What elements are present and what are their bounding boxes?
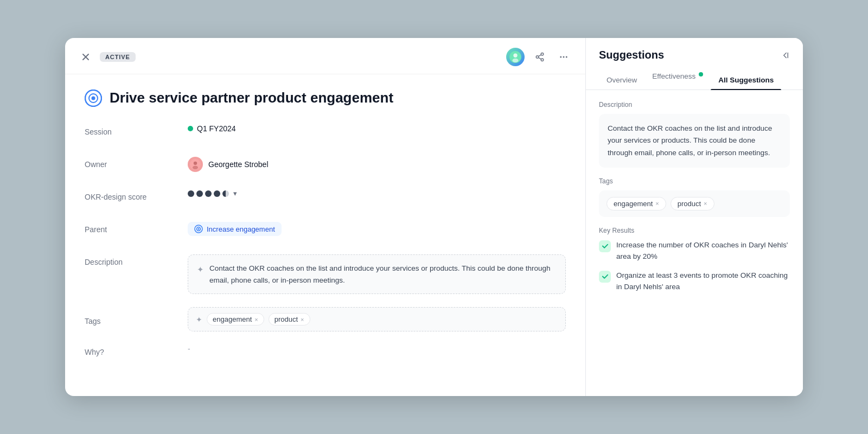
- close-button[interactable]: [78, 49, 93, 65]
- suggestion-description-text: Contact the OKR coaches on the list and …: [608, 124, 772, 157]
- owner-field: Owner Georgette Strobel: [85, 157, 566, 176]
- suggestion-description-label: Description: [599, 101, 790, 108]
- tag-chip-engagement: engagement ×: [207, 313, 264, 326]
- svg-point-10: [566, 56, 567, 58]
- tab-overview[interactable]: Overview: [599, 71, 644, 90]
- suggestions-header: Suggestions: [586, 38, 803, 61]
- description-label: Description: [85, 254, 188, 266]
- avatar: [506, 48, 525, 66]
- tag-chip-product: product ×: [269, 313, 310, 326]
- parent-value: Increase engagement: [188, 222, 566, 236]
- description-text: Contact the OKR coaches on the list and …: [209, 263, 557, 286]
- svg-point-4: [536, 56, 539, 59]
- svg-point-5: [541, 59, 544, 61]
- kr-text-1: Increase the number of OKR coaches in Da…: [616, 240, 790, 263]
- parent-label: Parent: [85, 222, 188, 234]
- objective-icon: [85, 90, 102, 107]
- score-dot-4: [214, 190, 220, 197]
- parent-icon: [194, 225, 203, 233]
- suggestions-title: Suggestions: [599, 49, 664, 61]
- description-field: Description ✦ Contact the OKR coaches on…: [85, 254, 566, 294]
- svg-point-16: [193, 166, 198, 169]
- parent-badge[interactable]: Increase engagement: [188, 222, 282, 236]
- kr-text-2: Organize at least 3 events to promote OK…: [616, 270, 790, 293]
- description-box[interactable]: ✦ Contact the OKR coaches on the list an…: [188, 254, 566, 294]
- svg-point-3: [541, 53, 544, 56]
- left-header: ACTIVE: [65, 38, 585, 74]
- why-value: -: [188, 341, 190, 353]
- suggestions-tags-section: Tags engagement × product ×: [599, 177, 790, 217]
- okr-score-field: OKR-design score ▾: [85, 189, 566, 209]
- collapse-button[interactable]: [780, 50, 790, 60]
- svg-line-7: [538, 55, 541, 56]
- status-badge: ACTIVE: [100, 52, 136, 62]
- right-panel: Suggestions Overview Effectiveness All S…: [586, 38, 803, 396]
- kr-icon-2: [599, 271, 611, 283]
- owner-label: Owner: [85, 157, 188, 169]
- objective-title-row: Drive service partner product engagement: [85, 90, 566, 107]
- svg-point-19: [198, 228, 200, 230]
- share-button[interactable]: [531, 48, 548, 66]
- suggestions-tabs: Overview Effectiveness All Suggestions: [586, 67, 803, 90]
- score-dot-5: [222, 190, 229, 197]
- why-label: Why?: [85, 344, 188, 356]
- session-status-dot: [188, 126, 193, 131]
- right-tag-engagement-text: engagement: [614, 200, 653, 208]
- key-results-section: Key Results Increase the number of OKR c…: [599, 227, 790, 293]
- key-result-item-2: Organize at least 3 events to promote OK…: [599, 270, 790, 293]
- tag-engagement-remove[interactable]: ×: [254, 316, 258, 323]
- session-field: Session Q1 FY2024: [85, 124, 566, 144]
- okr-score-value: ▾: [188, 189, 566, 197]
- score-dot-3: [205, 190, 212, 197]
- svg-line-6: [538, 58, 541, 59]
- score-dot-1: [188, 190, 194, 197]
- tags-field: Tags ✦ engagement × product ×: [85, 307, 566, 331]
- svg-point-9: [563, 56, 565, 58]
- key-result-item-1: Increase the number of OKR coaches in Da…: [599, 240, 790, 263]
- score-dot-2: [196, 190, 203, 197]
- tab-effectiveness-label: Effectiveness: [652, 72, 695, 80]
- score-chevron-button[interactable]: ▾: [233, 189, 237, 197]
- right-tag-product-remove[interactable]: ×: [704, 200, 707, 207]
- more-options-button[interactable]: [555, 48, 572, 66]
- left-panel: ACTIVE: [65, 38, 586, 396]
- suggestions-tags-label: Tags: [599, 177, 790, 185]
- tags-icon: ✦: [196, 315, 202, 324]
- svg-point-8: [560, 56, 561, 58]
- svg-point-15: [194, 162, 197, 165]
- session-value: Q1 FY2024: [188, 124, 566, 133]
- owner-avatar: [188, 157, 203, 172]
- svg-point-2: [513, 59, 519, 62]
- tags-value: ✦ engagement × product ×: [188, 307, 566, 331]
- tab-effectiveness[interactable]: Effectiveness: [644, 67, 711, 90]
- tab-all-label: All Suggestions: [718, 76, 774, 84]
- parent-text: Increase engagement: [207, 225, 275, 233]
- suggestions-tags-row: engagement × product ×: [599, 190, 790, 217]
- tab-all-suggestions[interactable]: All Suggestions: [711, 71, 781, 90]
- okr-score-label: OKR-design score: [85, 189, 188, 201]
- why-field: Why? -: [85, 344, 566, 364]
- parent-field: Parent Increase engagement: [85, 222, 566, 241]
- tag-product-remove[interactable]: ×: [301, 316, 304, 323]
- tags-box[interactable]: ✦ engagement × product ×: [188, 307, 566, 331]
- right-tag-engagement-remove[interactable]: ×: [655, 200, 659, 207]
- suggestion-description-box: Contact the OKR coaches on the list and …: [599, 114, 790, 168]
- key-results-label: Key Results: [599, 227, 790, 234]
- session-label: Session: [85, 124, 188, 136]
- score-dots: ▾: [188, 189, 566, 197]
- suggestions-content: Description Contact the OKR coaches on t…: [586, 90, 803, 396]
- description-value: ✦ Contact the OKR coaches on the list an…: [188, 254, 566, 294]
- objective-title: Drive service partner product engagement: [110, 90, 393, 106]
- tab-overview-label: Overview: [607, 76, 637, 84]
- effectiveness-dot: [699, 72, 703, 76]
- owner-name: Georgette Strobel: [208, 160, 269, 169]
- tags-label: Tags: [85, 314, 188, 326]
- modal: ACTIVE: [65, 38, 803, 396]
- description-icon: ✦: [197, 263, 204, 276]
- session-text: Q1 FY2024: [197, 124, 236, 133]
- tag-engagement-text: engagement: [213, 315, 252, 323]
- kr-icon-1: [599, 240, 611, 252]
- right-tag-product: product ×: [671, 197, 714, 210]
- svg-point-1: [513, 54, 517, 58]
- right-tag-product-text: product: [678, 200, 701, 208]
